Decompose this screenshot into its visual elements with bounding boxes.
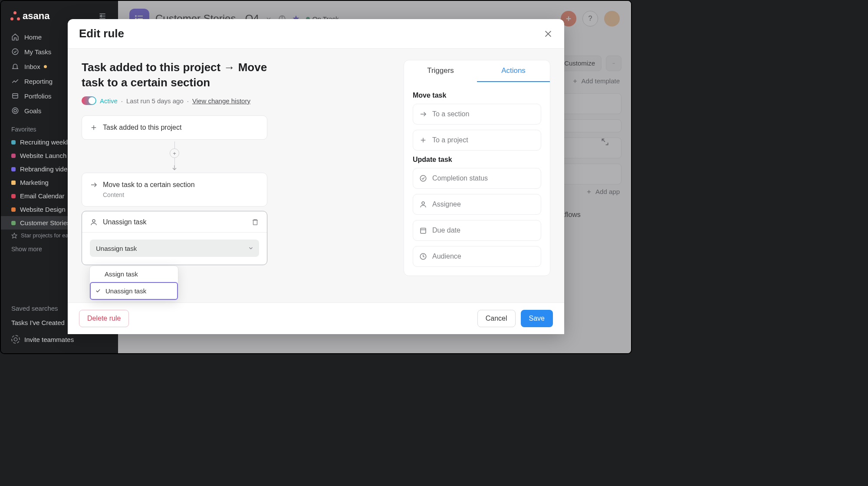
logo-icon — [10, 11, 20, 21]
person-icon — [419, 200, 427, 208]
delete-rule-button[interactable]: Delete rule — [79, 310, 129, 327]
flow-connector: + — [82, 141, 267, 171]
goals-icon — [11, 107, 19, 115]
svg-marker-8 — [12, 233, 17, 238]
project-color-icon — [11, 221, 16, 225]
folder-icon — [11, 181, 16, 185]
arrow-down-icon — [171, 164, 178, 171]
home-icon — [11, 33, 19, 41]
check-circle-icon — [11, 48, 19, 56]
last-run-text: Last run 5 days ago — [126, 97, 184, 105]
active-toggle[interactable] — [82, 96, 96, 105]
dropdown-option-assign[interactable]: Assign task — [90, 266, 178, 282]
svg-point-3 — [12, 49, 18, 55]
person-icon — [90, 218, 98, 226]
rule-title: Task added to this project → Move task t… — [82, 60, 268, 90]
plus-icon — [419, 136, 427, 144]
action-option-audience[interactable]: Audience — [413, 246, 541, 267]
action-option-completion[interactable]: Completion status — [413, 168, 541, 189]
check-circle-icon — [419, 174, 427, 182]
portfolios-icon — [11, 92, 19, 100]
svg-point-6 — [12, 108, 18, 114]
action-option-due-date[interactable]: Due date — [413, 220, 541, 241]
check-icon — [95, 288, 101, 294]
assignment-dropdown: Assign task Unassign task — [89, 266, 178, 300]
edit-rule-modal: Edit rule Task added to this project → M… — [68, 19, 564, 334]
rule-meta: Active · Last run 5 days ago · View chan… — [82, 96, 386, 105]
action-option-to-project[interactable]: To a project — [413, 130, 541, 151]
bell-icon — [11, 62, 19, 70]
change-history-link[interactable]: View change history — [192, 97, 250, 105]
star-icon — [11, 233, 17, 239]
app-name: asana — [23, 10, 49, 22]
move-task-heading: Move task — [413, 92, 541, 99]
svg-rect-43 — [421, 228, 426, 233]
active-label: Active — [100, 97, 118, 105]
invite-icon — [11, 335, 20, 344]
target-icon — [419, 253, 427, 260]
project-color-icon — [11, 167, 16, 171]
svg-point-7 — [14, 109, 16, 112]
save-button[interactable]: Save — [521, 310, 553, 327]
logo[interactable]: asana — [10, 10, 49, 22]
arrow-right-icon — [419, 110, 427, 118]
action-option-assignee[interactable]: Assignee — [413, 194, 541, 215]
unassign-card: Unassign task Unassign task Assign task — [82, 211, 267, 265]
cancel-button[interactable]: Cancel — [477, 310, 516, 327]
tab-triggers[interactable]: Triggers — [404, 60, 477, 82]
action-option-to-section[interactable]: To a section — [413, 104, 541, 125]
chevron-down-icon — [248, 245, 254, 251]
add-step-button[interactable]: + — [170, 148, 179, 158]
dropdown-option-unassign[interactable]: Unassign task — [90, 282, 178, 300]
plus-icon — [90, 124, 98, 131]
tab-actions[interactable]: Actions — [477, 60, 550, 82]
calendar-icon — [419, 227, 427, 234]
project-color-icon — [11, 194, 16, 198]
reporting-icon — [11, 77, 19, 85]
arrow-right-icon — [90, 181, 98, 189]
action-card[interactable]: Move task to a certain section Content — [82, 173, 267, 207]
modal-title: Edit rule — [79, 27, 124, 40]
svg-point-41 — [420, 175, 426, 181]
trash-icon[interactable] — [251, 218, 259, 226]
svg-rect-37 — [253, 220, 257, 225]
close-icon[interactable] — [543, 29, 553, 39]
project-color-icon — [11, 154, 16, 158]
trigger-card[interactable]: Task added to this project — [82, 115, 267, 140]
assignment-select[interactable]: Unassign task — [90, 240, 259, 257]
project-color-icon — [11, 140, 16, 144]
update-task-heading: Update task — [413, 156, 541, 164]
svg-point-42 — [422, 202, 424, 204]
actions-panel: Triggers Actions Move task To a section … — [404, 60, 550, 276]
svg-point-36 — [92, 220, 95, 222]
unread-dot-icon — [44, 65, 47, 68]
svg-point-9 — [14, 338, 17, 341]
project-color-icon — [11, 207, 16, 212]
